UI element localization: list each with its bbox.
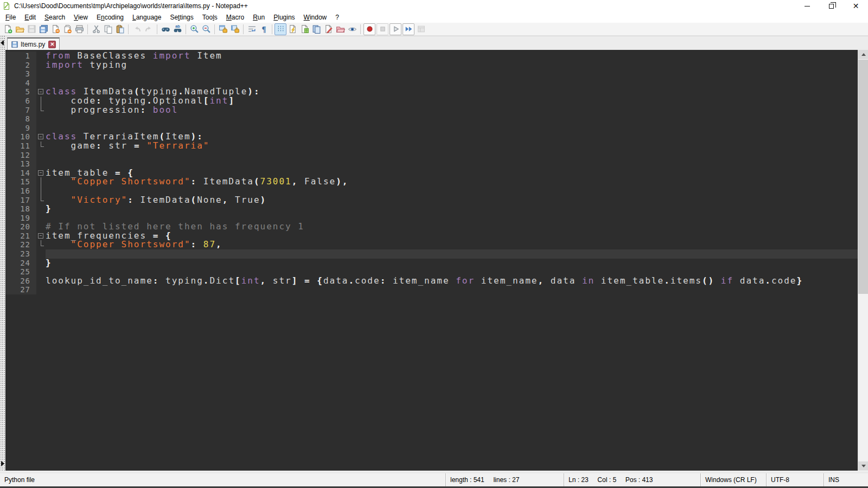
code-line[interactable]: 3 (5, 69, 858, 79)
close-all-icon[interactable] (61, 23, 73, 35)
save-icon[interactable] (25, 23, 37, 35)
code-line[interactable]: 24} (5, 259, 858, 268)
scroll-down-button[interactable] (858, 461, 868, 471)
menu-edit[interactable]: Edit (20, 12, 40, 22)
code-line[interactable]: 17 "Victory": ItemData(None, True) (5, 196, 858, 205)
minimize-button[interactable] (795, 0, 819, 12)
code-line[interactable]: 2import typing (5, 61, 858, 70)
print-icon[interactable] (73, 23, 85, 35)
zoom-in-icon[interactable] (188, 23, 200, 35)
toolbar-separator (87, 24, 88, 34)
define-language-icon[interactable] (322, 23, 334, 35)
function-list-icon[interactable] (286, 23, 298, 35)
paste-icon[interactable] (114, 23, 126, 35)
line-number: 7 (5, 106, 36, 115)
line-number: 5 (5, 87, 36, 97)
dock-collapse-right-icon[interactable] (1, 461, 4, 466)
macro-stop-icon[interactable] (376, 23, 388, 35)
fold-collapse-icon[interactable] (38, 134, 43, 139)
dock-splitter[interactable] (0, 36, 5, 471)
copy-icon[interactable] (102, 23, 114, 35)
fold-collapse-icon[interactable] (38, 233, 43, 239)
close-button[interactable]: ✕ (844, 0, 868, 12)
macro-run-multiple-icon[interactable] (403, 23, 414, 35)
dock-collapse-left-icon[interactable] (1, 40, 4, 46)
fold-margin[interactable] (36, 169, 46, 178)
line-number: 26 (5, 277, 36, 286)
menu-tools[interactable]: Tools (198, 12, 222, 22)
open-file-icon[interactable] (14, 23, 25, 35)
menu-search[interactable]: Search (40, 12, 69, 22)
scroll-up-button[interactable] (858, 50, 868, 59)
sync-scroll-horizontal-icon[interactable] (229, 23, 241, 35)
code-line[interactable]: 22 "Copper Shortsword": 87, (5, 240, 858, 249)
vertical-scrollbar[interactable] (858, 50, 868, 471)
word-wrap-icon[interactable] (246, 23, 258, 35)
undo-icon[interactable] (131, 23, 143, 35)
menu-window[interactable]: Window (299, 12, 331, 22)
macro-play-icon[interactable] (390, 23, 401, 35)
fold-margin[interactable] (36, 132, 46, 142)
show-all-characters-icon[interactable]: ¶ (258, 23, 270, 35)
code-editor[interactable]: 1from BaseClasses import Item2import typ… (5, 50, 858, 471)
code-line[interactable]: 12 (5, 151, 858, 160)
cut-icon[interactable] (90, 23, 102, 35)
code-line[interactable]: 11 game: str = "Terraria" (5, 142, 858, 151)
document-map-icon[interactable] (298, 23, 310, 35)
fold-margin (36, 114, 46, 124)
find-icon[interactable] (159, 23, 171, 35)
scroll-up-icon (861, 53, 866, 56)
code-line[interactable]: 15 "Copper Shortsword": ItemData(73001, … (5, 177, 858, 187)
window-title: C:\Users\Dood\Documents\tmp\Archipelago\… (14, 2, 248, 10)
code-line[interactable]: 7 progression: bool (5, 106, 858, 115)
restore-button[interactable] (819, 0, 844, 12)
redo-icon[interactable] (143, 23, 155, 35)
code-line[interactable]: 1from BaseClasses import Item (5, 52, 858, 61)
menu-encoding[interactable]: Encoding (92, 12, 128, 22)
code-line[interactable]: 23 (5, 249, 858, 259)
tab-items-py[interactable]: Items.py ✕ (7, 37, 60, 50)
sync-scroll-vertical-icon[interactable] (217, 23, 229, 35)
code-line[interactable]: 27 (5, 285, 858, 294)
replace-icon[interactable]: ab (171, 23, 183, 35)
fold-collapse-icon[interactable] (38, 170, 43, 176)
fold-margin (36, 79, 46, 88)
menu-settings[interactable]: Settings (165, 12, 197, 22)
folder-as-workspace-icon[interactable] (334, 23, 346, 35)
code-line[interactable]: 26lookup_id_to_name: typing.Dict[int, st… (5, 277, 858, 286)
fold-margin (36, 222, 46, 232)
save-all-icon[interactable] (37, 23, 49, 35)
code-line[interactable]: 18} (5, 204, 858, 214)
fold-guide (41, 177, 41, 187)
fold-collapse-icon[interactable] (38, 89, 43, 94)
menu-file[interactable]: File (1, 12, 20, 22)
show-indent-guide-icon[interactable] (275, 23, 286, 35)
menu-[interactable]: ? (331, 12, 343, 22)
document-list-icon[interactable] (310, 23, 322, 35)
scrollbar-thumb[interactable] (858, 60, 868, 294)
line-number: 13 (5, 159, 36, 169)
fold-margin (36, 52, 46, 61)
fold-margin[interactable] (36, 232, 46, 241)
line-number: 6 (5, 97, 36, 106)
title-bar: C:\Users\Dood\Documents\tmp\Archipelago\… (0, 0, 868, 12)
scroll-down-icon (861, 465, 866, 467)
fold-margin[interactable] (36, 87, 46, 97)
zoom-out-icon[interactable] (200, 23, 212, 35)
close-icon[interactable] (49, 23, 61, 35)
fold-guide (41, 196, 44, 201)
tab-close-icon[interactable]: ✕ (48, 41, 56, 48)
menu-language[interactable]: Language (128, 12, 165, 22)
menu-view[interactable]: View (69, 12, 92, 22)
new-file-icon[interactable] (2, 23, 14, 35)
menu-macro[interactable]: Macro (222, 12, 248, 22)
macro-record-icon[interactable] (363, 23, 375, 35)
fold-margin (36, 177, 46, 187)
code-line[interactable]: 8 (5, 114, 858, 124)
menu-plugins[interactable]: Plugins (269, 12, 299, 22)
menu-run[interactable]: Run (248, 12, 269, 22)
tab-bar: Items.py ✕ (5, 36, 868, 50)
macro-save-icon[interactable] (415, 23, 427, 35)
monitoring-icon[interactable] (346, 23, 358, 35)
fold-margin (36, 214, 46, 223)
